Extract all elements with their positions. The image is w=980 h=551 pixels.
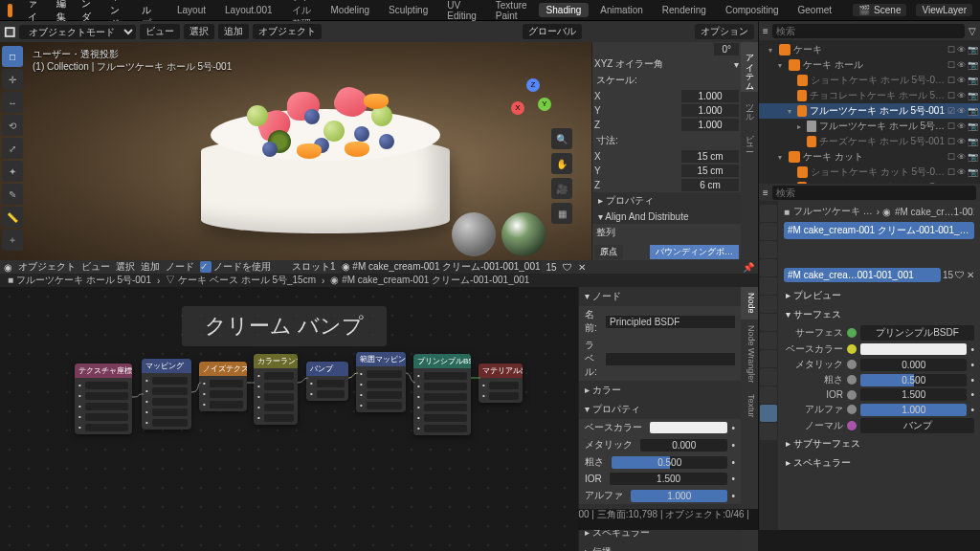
dim-z[interactable] (681, 179, 739, 191)
options-dropdown[interactable]: オプション (695, 24, 754, 39)
pin-icon[interactable]: 📌 (743, 262, 754, 273)
material-slot-item[interactable]: #M cake_cream-001 クリーム-001-001_001 (784, 222, 974, 239)
ns-prop-hdr[interactable]: ▾ プロパティ (579, 400, 741, 419)
ptab-texture[interactable] (760, 423, 777, 440)
node-prop-row[interactable]: メタリック0.000• (579, 436, 741, 453)
hdr-object[interactable]: オブジェクト (253, 24, 322, 39)
tool-rotate[interactable]: ⟲ (2, 115, 23, 136)
ptab-material[interactable] (760, 405, 777, 422)
vtab-ne-tex[interactable]: Textur (741, 388, 758, 424)
vtab-tool[interactable]: ツール (741, 92, 758, 122)
outliner-row[interactable]: ▾フルーツケーキ ホール 5号-001☑👁📷 (759, 103, 980, 119)
workspace-tab-shading[interactable]: Shading (539, 3, 590, 17)
surface-shader[interactable]: プリンシプルBSDF (860, 325, 974, 341)
material-chip[interactable]: #M cake_crea…001-001_001 (784, 268, 941, 282)
ptab-scene[interactable] (760, 259, 777, 276)
gizmo-y-icon[interactable]: Y (538, 98, 551, 111)
workspace-tab[interactable]: Geomet (791, 3, 840, 17)
node-label-input[interactable] (606, 353, 735, 365)
normal-input[interactable]: バンプ (860, 418, 974, 433)
mode-selector[interactable]: オブジェクトモード (19, 25, 136, 39)
ptab-modifier[interactable] (760, 314, 777, 331)
gizmo-z-icon[interactable]: Z (526, 78, 540, 92)
shader-node[interactable]: テクスチャ座標••••• (75, 364, 132, 434)
ptab-data[interactable] (760, 386, 777, 404)
shield-icon[interactable]: 🛡 (563, 262, 572, 273)
viewport-canvas[interactable]: □ ✛ ↔ ⟲ ⤢ ✦ ✎ 📏 ＋ ユーザー・透視投影 (1) Collecti… (0, 42, 758, 260)
tool-transform[interactable]: ✦ (2, 161, 23, 182)
panel-properties[interactable]: ▸ プロパティ (592, 192, 741, 209)
dim-y[interactable] (681, 165, 739, 177)
slot-select[interactable]: スロット1 (292, 260, 336, 274)
shader-node[interactable]: プリンシプルBSDF•••••• (413, 354, 471, 435)
ns-sub2[interactable]: ▸ 伝播 (579, 542, 741, 551)
preview-panel[interactable]: ▸ プレビュー (784, 286, 974, 305)
editor-type-icon[interactable]: ◉ (4, 262, 12, 273)
mat-prop-row[interactable]: メタリック0.000• (784, 357, 974, 372)
node-prop-row[interactable]: ベースカラー• (579, 419, 741, 436)
shader-node[interactable]: マテリアル出力•• (479, 364, 523, 403)
nav-camera-icon[interactable]: 🎥 (551, 178, 572, 199)
nav-pan-icon[interactable]: ✋ (551, 153, 572, 174)
tool-annotate[interactable]: ✎ (2, 184, 23, 205)
shader-node[interactable]: 範囲マッピング•••• (356, 352, 406, 412)
vtab-ne-wrangler[interactable]: Node Wrangler (741, 320, 758, 388)
node-canvas[interactable]: クリーム バンプ テクスチャ座標•••••マッピング•••••ノイズテクスチャ•… (0, 287, 578, 551)
mat-prop-row[interactable]: ベースカラー• (784, 342, 974, 357)
scene-selector[interactable]: 🎬Scene (853, 4, 906, 16)
unlink-icon[interactable]: ✕ (967, 270, 974, 280)
props-search[interactable] (772, 186, 976, 200)
orientation-select[interactable]: グローバル (523, 24, 582, 39)
mat-prop-row[interactable]: 粗さ0.500• (784, 372, 974, 387)
ptab-physics[interactable] (760, 350, 777, 367)
use-nodes-check[interactable]: ✓ノードを使用 (200, 260, 271, 274)
hdr-view[interactable]: ビュー (140, 24, 180, 39)
material-name[interactable]: ◉ #M cake_cream-001 クリーム-001-001_001 (342, 260, 541, 274)
workspace-tab[interactable]: Layout.001 (217, 3, 280, 17)
tool-add[interactable]: ＋ (2, 230, 23, 251)
outliner-row[interactable]: ▾ケーキ カット☐👁📷 (759, 149, 980, 165)
ne-view[interactable]: ビュー (81, 260, 110, 274)
nav-ortho-icon[interactable]: ▦ (551, 203, 572, 224)
scale-z[interactable] (681, 119, 739, 131)
shield-icon[interactable]: 🛡 (955, 270, 965, 280)
hdr-add[interactable]: 追加 (218, 24, 249, 39)
bbox-btn[interactable]: バウンディングボ… (650, 245, 739, 259)
ptab-output[interactable] (760, 223, 777, 240)
rot-value[interactable]: 0° (714, 43, 739, 55)
workspace-tab[interactable]: Layout (169, 3, 213, 17)
vtab-ne-item[interactable]: Node (741, 287, 758, 320)
workspace-tab[interactable]: Compositing (718, 3, 787, 17)
hdr-select[interactable]: 選択 (184, 24, 214, 39)
outliner-row[interactable]: ▾ケーキ☐👁📷 (759, 42, 980, 57)
outliner-search[interactable] (772, 24, 965, 38)
scale-y[interactable] (681, 104, 739, 117)
tool-move[interactable]: ↔ (2, 92, 23, 113)
unlink-icon[interactable]: ✕ (578, 262, 586, 273)
editor-type-icon[interactable]: ≡ (763, 187, 768, 198)
ne-select[interactable]: 選択 (116, 260, 135, 274)
dim-x[interactable] (681, 150, 739, 163)
shader-node[interactable]: マッピング••••• (142, 359, 191, 430)
workspace-tab[interactable]: Modeling (323, 3, 378, 17)
ptab-viewlayer[interactable] (760, 241, 777, 258)
gizmo-x-icon[interactable]: X (511, 101, 524, 115)
shader-node[interactable]: ノイズテクスチャ••• (199, 362, 247, 411)
workspace-tab[interactable]: Animation (592, 3, 650, 17)
vtab-item[interactable]: アイテム (741, 42, 758, 92)
tool-select-box[interactable]: □ (2, 46, 23, 67)
outliner-row[interactable]: ▸フルーツケーキ ホール 5号…☐👁📷 (759, 119, 980, 134)
ptab-world[interactable] (760, 277, 777, 295)
rot-mode-row[interactable]: XYZ オイラー角▾ (592, 56, 741, 72)
shader-node[interactable]: バンプ•• (306, 362, 348, 401)
workspace-tab[interactable]: UV Editing (439, 0, 484, 23)
ne-object[interactable]: オブジェクト (18, 260, 76, 274)
editor-type-icon[interactable]: ≡ (763, 26, 768, 36)
mat-prop-row[interactable]: アルファ1.000• (784, 402, 974, 417)
outliner-row[interactable]: ショートケーキ カット 5号-0…☐👁📷 (759, 165, 980, 180)
node-prop-row[interactable]: 粗さ0.500• (579, 453, 741, 471)
origin-btn[interactable]: 原点 (594, 245, 623, 259)
outliner-row[interactable]: ショートケーキ ホール 5号-0…☐👁📷 (759, 73, 980, 88)
editor-type-icon[interactable]: 🔳 (4, 27, 15, 37)
nav-gizmo[interactable]: Z X Y (509, 78, 551, 121)
